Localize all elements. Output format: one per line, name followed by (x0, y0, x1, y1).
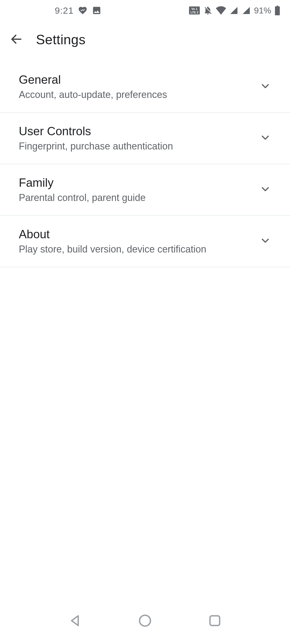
wifi-icon (216, 6, 226, 15)
nav-home-button[interactable] (138, 613, 152, 629)
nav-back-button[interactable] (68, 613, 82, 629)
setting-text: Family Parental control, parent guide (19, 176, 254, 203)
setting-row-user-controls[interactable]: User Controls Fingerprint, purchase auth… (0, 113, 290, 164)
status-left: 9:21 (55, 5, 102, 16)
setting-subtitle: Account, auto-update, preferences (19, 89, 254, 100)
setting-title: Family (19, 176, 254, 189)
back-button[interactable] (10, 32, 23, 47)
system-nav-bar (0, 604, 290, 644)
svg-text:LTE 2: LTE 2 (190, 11, 198, 14)
notifications-off-icon (203, 6, 213, 15)
svg-point-4 (140, 615, 151, 626)
setting-text: About Play store, build version, device … (19, 228, 254, 255)
battery-percentage: 91% (254, 6, 271, 16)
status-right: Vo 1LTE 2 91% (189, 6, 280, 16)
setting-title: User Controls (19, 125, 254, 138)
chevron-down-icon (259, 80, 271, 93)
chevron-down-icon (259, 235, 271, 248)
signal-2-icon (242, 6, 251, 15)
chevron-down-icon (259, 183, 271, 196)
signal-1-icon (229, 6, 238, 15)
volte-icon: Vo 1LTE 2 (189, 6, 200, 14)
page-title: Settings (36, 32, 86, 47)
status-time: 9:21 (55, 5, 74, 16)
app-bar: Settings (0, 21, 290, 58)
setting-title: General (19, 73, 254, 86)
svg-text:Vo 1: Vo 1 (191, 7, 197, 10)
setting-title: About (19, 228, 254, 241)
setting-subtitle: Play store, build version, device certif… (19, 244, 254, 255)
nav-recent-button[interactable] (208, 613, 222, 629)
battery-icon (274, 6, 280, 15)
settings-list: General Account, auto-update, preference… (0, 58, 290, 604)
setting-row-general[interactable]: General Account, auto-update, preference… (0, 61, 290, 113)
setting-subtitle: Parental control, parent guide (19, 192, 254, 203)
status-bar: 9:21 Vo 1LTE 2 91% (0, 0, 290, 21)
svg-rect-5 (210, 616, 220, 625)
chevron-down-icon (259, 132, 271, 145)
image-icon (92, 6, 102, 15)
setting-text: General Account, auto-update, preference… (19, 73, 254, 100)
setting-row-about[interactable]: About Play store, build version, device … (0, 216, 290, 267)
setting-text: User Controls Fingerprint, purchase auth… (19, 125, 254, 152)
setting-row-family[interactable]: Family Parental control, parent guide (0, 164, 290, 216)
setting-subtitle: Fingerprint, purchase authentication (19, 141, 254, 152)
heart-icon (78, 6, 88, 15)
